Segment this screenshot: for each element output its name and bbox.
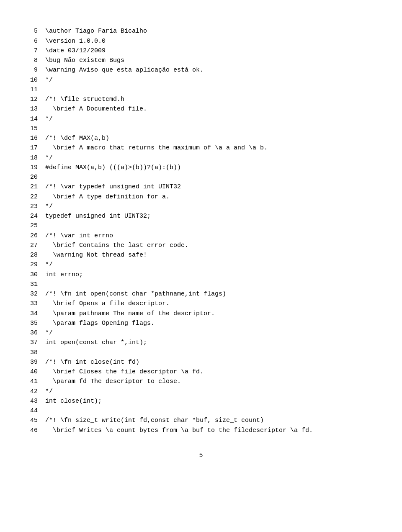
- code-line: 5\author Tiago Faria Bicalho: [25, 26, 377, 36]
- code-line: 29*/: [25, 260, 377, 270]
- line-number: 41: [25, 377, 38, 386]
- line-number: 43: [25, 396, 38, 406]
- line-number: 37: [25, 338, 38, 347]
- code-line: 8\bug Não existem Bugs: [25, 56, 377, 65]
- line-number: 34: [25, 309, 38, 319]
- code-line: 14*/: [25, 114, 377, 124]
- line-number: 33: [25, 299, 38, 308]
- line-content: */: [45, 387, 377, 396]
- code-line: 25: [25, 221, 377, 231]
- code-line: 6\version 1.0.0.0: [25, 36, 377, 46]
- line-number: 27: [25, 241, 38, 250]
- code-line: 23*/: [25, 202, 377, 211]
- line-number: 38: [25, 348, 38, 357]
- code-line: 46 \brief Writes \a count bytes from \a …: [25, 426, 377, 435]
- line-number: 39: [25, 357, 38, 367]
- line-number: 26: [25, 231, 38, 241]
- line-number: 28: [25, 250, 38, 260]
- line-number: 46: [25, 426, 38, 435]
- line-content: typedef unsigned int UINT32;: [45, 211, 377, 221]
- code-line: 19#define MAX(a,b) (((a)>(b))?(a):(b)): [25, 163, 377, 172]
- line-content: /*! \fn int open(const char *pathname,in…: [45, 289, 377, 299]
- line-content: */: [45, 75, 377, 85]
- code-line: 42*/: [25, 387, 377, 396]
- code-line: 44: [25, 406, 377, 416]
- code-block: 5\author Tiago Faria Bicalho6\version 1.…: [25, 17, 377, 435]
- line-number: 10: [25, 75, 38, 85]
- line-content: /*! \var typedef unsigned int UINT32: [45, 182, 377, 192]
- code-line: 37int open(const char *,int);: [25, 338, 377, 347]
- line-number: 29: [25, 260, 38, 270]
- line-number: 9: [25, 65, 38, 75]
- line-content: \brief A type definition for a.: [45, 192, 377, 202]
- code-line: 22 \brief A type definition for a.: [25, 192, 377, 202]
- code-line: 41 \param fd The descriptor to close.: [25, 377, 377, 386]
- code-line: 39/*! \fn int close(int fd): [25, 357, 377, 367]
- line-content: int close(int);: [45, 396, 377, 406]
- line-number: 30: [25, 270, 38, 280]
- code-line: 24typedef unsigned int UINT32;: [25, 211, 377, 221]
- code-line: 31: [25, 280, 377, 289]
- line-number: 12: [25, 95, 38, 104]
- line-content: \brief A macro that returns the maximum …: [45, 143, 377, 153]
- code-line: 30int errno;: [25, 270, 377, 280]
- line-number: 21: [25, 182, 38, 192]
- line-content: /*! \def MAX(a,b): [45, 134, 377, 143]
- code-line: 9\warning Aviso que esta aplicação está …: [25, 65, 377, 75]
- line-content: \brief A Documented file.: [45, 104, 377, 114]
- code-line: 45/*! \fn size_t write(int fd,const char…: [25, 416, 377, 425]
- code-line: 15: [25, 124, 377, 134]
- code-line: 12/*! \file structcmd.h: [25, 95, 377, 104]
- line-content: \author Tiago Faria Bicalho: [45, 26, 377, 36]
- line-content: /*! \fn size_t write(int fd,const char *…: [45, 416, 377, 425]
- line-content: */: [45, 153, 377, 163]
- code-line: 33 \brief Opens a file descriptor.: [25, 299, 377, 308]
- line-number: 24: [25, 211, 38, 221]
- line-content: int open(const char *,int);: [45, 338, 377, 347]
- line-number: 20: [25, 172, 38, 182]
- line-number: 23: [25, 202, 38, 211]
- line-number: 14: [25, 114, 38, 124]
- code-line: 20: [25, 172, 377, 182]
- line-number: 17: [25, 143, 38, 153]
- line-number: 44: [25, 406, 38, 416]
- line-content: \warning Not thread safe!: [45, 250, 377, 260]
- code-line: 16/*! \def MAX(a,b): [25, 134, 377, 143]
- line-content: /*! \file structcmd.h: [45, 95, 377, 104]
- line-content: \brief Writes \a count bytes from \a buf…: [45, 426, 377, 435]
- line-content: */: [45, 260, 377, 270]
- line-number: 8: [25, 56, 38, 65]
- code-line: 28 \warning Not thread safe!: [25, 250, 377, 260]
- code-line: 40 \brief Closes the file descriptor \a …: [25, 367, 377, 377]
- line-content: \param pathname The name of the descript…: [45, 309, 377, 319]
- line-number: 15: [25, 124, 38, 134]
- code-line: 21/*! \var typedef unsigned int UINT32: [25, 182, 377, 192]
- line-number: 45: [25, 416, 38, 425]
- code-line: 35 \param flags Opening flags.: [25, 319, 377, 328]
- line-number: 36: [25, 328, 38, 338]
- code-line: 18*/: [25, 153, 377, 163]
- line-number: 22: [25, 192, 38, 202]
- code-line: 43int close(int);: [25, 396, 377, 406]
- line-content: \brief Closes the file descriptor \a fd.: [45, 367, 377, 377]
- code-line: 34 \param pathname The name of the descr…: [25, 309, 377, 319]
- line-content: \date 03/12/2009: [45, 46, 377, 56]
- line-content: \brief Contains the last error code.: [45, 241, 377, 250]
- line-number: 16: [25, 134, 38, 143]
- line-number: 11: [25, 85, 38, 95]
- code-line: 27 \brief Contains the last error code.: [25, 241, 377, 250]
- line-content: \brief Opens a file descriptor.: [45, 299, 377, 308]
- code-line: 38: [25, 348, 377, 357]
- line-content: \version 1.0.0.0: [45, 36, 377, 46]
- line-content: \warning Aviso que esta aplicação está o…: [45, 65, 377, 75]
- code-line: 13 \brief A Documented file.: [25, 104, 377, 114]
- code-line: 11: [25, 85, 377, 95]
- line-content: #define MAX(a,b) (((a)>(b))?(a):(b)): [45, 163, 377, 172]
- line-number: 18: [25, 153, 38, 163]
- code-line: 7\date 03/12/2009: [25, 46, 377, 56]
- line-content: /*! \fn int close(int fd): [45, 357, 377, 367]
- line-number: 19: [25, 163, 38, 172]
- code-line: 36*/: [25, 328, 377, 338]
- page-number: 5: [25, 452, 377, 459]
- line-number: 35: [25, 319, 38, 328]
